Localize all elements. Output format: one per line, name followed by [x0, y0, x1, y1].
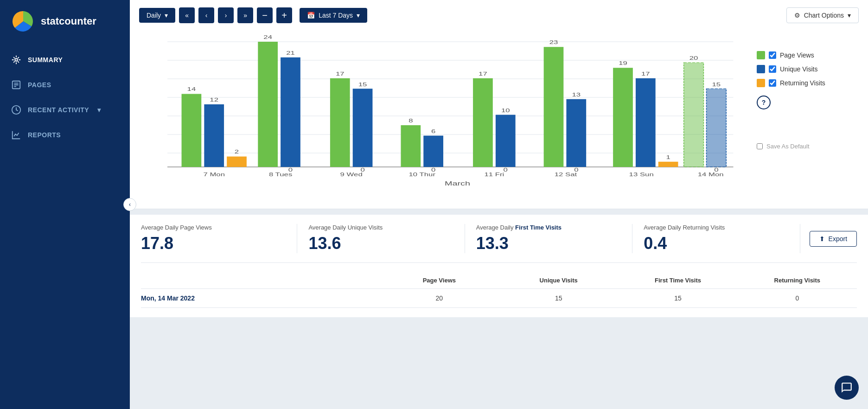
svg-text:7 Mon: 7 Mon: [203, 172, 225, 177]
legend-label-returning: Returning Visits: [780, 79, 825, 87]
stat-value-unique: 13.6: [308, 234, 453, 253]
bar-pv-1: [258, 42, 278, 167]
nav-prev-button[interactable]: ‹: [198, 7, 214, 23]
svg-text:17: 17: [479, 71, 487, 77]
svg-text:10: 10: [501, 108, 510, 113]
nav-next-button[interactable]: ›: [218, 7, 234, 23]
daterange-button[interactable]: 📅 Last 7 Days ▾: [300, 8, 367, 23]
daterange-label: Last 7 Days: [319, 12, 353, 19]
bar-pv-6: [613, 68, 633, 167]
stat-value-returning: 0.4: [644, 234, 788, 253]
bar-uv-7: [707, 89, 727, 167]
svg-text:15: 15: [712, 82, 721, 87]
nav-last-button[interactable]: »: [237, 7, 253, 23]
svg-text:17: 17: [641, 71, 650, 77]
table-header-row: Page Views Unique Visits First Time Visi…: [141, 272, 857, 289]
sidebar-navigation: SUMMARY PAGES RECENT ACTIVITY ▾ REP: [0, 47, 130, 147]
table-header-unique: Unique Visits: [499, 277, 618, 284]
chart-area: 14 12 2 7 Mon 24 21 0 8 Tues 17: [139, 32, 859, 199]
sidebar-item-label-pages: PAGES: [28, 81, 51, 89]
export-label: Export: [829, 235, 847, 243]
bar-uv-0: [204, 104, 224, 167]
bar-rv-6: [658, 162, 678, 167]
legend-checkbox-unique[interactable]: [769, 65, 776, 73]
bar-pv-4: [473, 78, 493, 167]
stat-label-pageviews: Average Daily Page Views: [141, 224, 286, 231]
summary-icon: [11, 55, 21, 65]
stats-section: Average Daily Page Views 17.8 Average Da…: [130, 215, 868, 317]
export-icon: ⬆: [819, 235, 825, 243]
bar-pv-5: [544, 47, 564, 167]
sidebar-item-recent-activity[interactable]: RECENT ACTIVITY ▾: [0, 97, 130, 122]
period-dropdown-button[interactable]: Daily ▾: [139, 8, 175, 23]
svg-text:13: 13: [572, 92, 581, 97]
svg-text:12 Sat: 12 Sat: [555, 172, 577, 177]
stat-box-returning: Average Daily Returning Visits 0.4: [632, 224, 800, 253]
save-default-checkbox[interactable]: [757, 143, 763, 149]
svg-text:13 Sun: 13 Sun: [629, 172, 654, 177]
svg-text:15: 15: [358, 82, 367, 87]
help-icon[interactable]: ?: [757, 96, 771, 109]
svg-text:17: 17: [336, 71, 345, 77]
bar-pv-3: [401, 125, 421, 167]
sidebar-item-label-recent-activity: RECENT ACTIVITY: [28, 106, 89, 114]
legend-label-pageviews: Page Views: [780, 51, 814, 59]
period-chevron-icon: ▾: [165, 12, 168, 19]
svg-text:6: 6: [431, 128, 435, 134]
sidebar: statcounter SUMMARY PAGES RECE: [0, 0, 130, 409]
nav-first-button[interactable]: «: [179, 7, 195, 23]
sidebar-collapse-button[interactable]: ‹: [123, 198, 136, 211]
stat-label-unique: Average Daily Unique Visits: [308, 224, 453, 231]
legend-item-pageviews: Page Views: [757, 51, 859, 59]
zoom-out-button[interactable]: −: [257, 7, 273, 23]
daterange-chevron-icon: ▾: [357, 12, 360, 19]
bar-rv-0: [227, 157, 247, 167]
table-cell-pageviews: 20: [380, 294, 499, 302]
chart-options-chevron-icon: ▾: [848, 12, 851, 19]
main-content: Daily ▾ « ‹ › » − + 📅 Last 7 Days ▾ ⚙ Ch…: [130, 0, 868, 409]
svg-text:20: 20: [689, 55, 698, 61]
legend-color-unique: [757, 65, 765, 73]
svg-text:14 Mon: 14 Mon: [698, 172, 724, 177]
legend-label-unique: Unique Visits: [780, 65, 817, 73]
legend-checkbox-pageviews[interactable]: [769, 51, 776, 59]
save-default-label: Save As Default: [766, 143, 810, 150]
table-header-firsttime: First Time Visits: [618, 277, 737, 284]
bar-pv-2: [330, 78, 350, 167]
sidebar-item-reports[interactable]: REPORTS: [0, 122, 130, 147]
bar-uv-2: [353, 89, 373, 167]
statcounter-logo-icon: [11, 9, 35, 33]
sidebar-item-pages[interactable]: PAGES: [0, 72, 130, 97]
logo-area: statcounter: [0, 0, 130, 43]
sidebar-item-summary[interactable]: SUMMARY: [0, 47, 130, 72]
bar-uv-5: [566, 99, 586, 167]
svg-text:1: 1: [666, 154, 670, 160]
bar-chart-svg: 14 12 2 7 Mon 24 21 0 8 Tues 17: [139, 32, 747, 190]
legend-color-pageviews: [757, 51, 765, 59]
table-header-returning: Returning Visits: [738, 277, 857, 284]
export-button[interactable]: ⬆ Export: [810, 231, 857, 247]
save-as-default-row: Save As Default: [757, 143, 859, 154]
stat-label-firsttime: Average Daily First Time Visits: [476, 224, 621, 231]
legend-checkbox-returning[interactable]: [769, 79, 776, 87]
recent-activity-chevron-icon: ▾: [97, 106, 101, 114]
zoom-in-button[interactable]: +: [276, 7, 292, 23]
svg-text:14: 14: [187, 86, 196, 92]
svg-point-1: [15, 58, 18, 61]
table-cell-returning: 0: [738, 294, 857, 302]
chart-options-button[interactable]: ⚙ Chart Options ▾: [786, 7, 859, 23]
svg-text:24: 24: [263, 34, 272, 40]
svg-text:9 Wed: 9 Wed: [340, 172, 363, 177]
table-header-date: [141, 277, 380, 284]
chart-legend: Page Views Unique Visits Returning Visit…: [757, 32, 859, 199]
chart-section: Daily ▾ « ‹ › » − + 📅 Last 7 Days ▾ ⚙ Ch…: [130, 0, 868, 209]
chat-fab-button[interactable]: [835, 376, 859, 400]
legend-item-unique: Unique Visits: [757, 65, 859, 73]
table-cell-firsttime: 15: [618, 294, 737, 302]
stats-row: Average Daily Page Views 17.8 Average Da…: [141, 224, 857, 263]
svg-text:8: 8: [408, 118, 413, 123]
table-cell-date[interactable]: Mon, 14 Mar 2022: [141, 294, 380, 302]
legend-color-returning: [757, 79, 765, 87]
chat-icon: [841, 382, 853, 394]
stat-value-firsttime: 13.3: [476, 234, 621, 253]
